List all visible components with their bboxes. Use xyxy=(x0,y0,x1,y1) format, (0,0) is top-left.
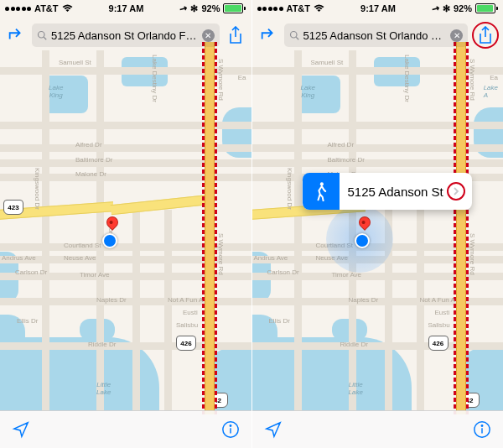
place-callout[interactable]: 5125 Adanson St xyxy=(303,173,472,210)
info-icon[interactable] xyxy=(221,420,240,439)
locate-me-icon[interactable] xyxy=(264,420,283,439)
highlight-ring xyxy=(472,22,499,49)
clear-icon[interactable]: ✕ xyxy=(450,29,463,42)
phone-left: 423 426 42 Samuell St Lake Destiny Dr S … xyxy=(0,0,252,448)
callout-disclosure-icon[interactable] xyxy=(447,182,465,201)
svg-point-6 xyxy=(290,32,297,39)
share-button[interactable] xyxy=(473,23,498,48)
status-time: 9:17 AM xyxy=(109,3,144,13)
map-canvas[interactable]: 423 426 42 Samuell St Lake Destiny Dr S … xyxy=(0,0,252,448)
shield-423: 423 xyxy=(3,200,23,215)
clear-icon[interactable]: ✕ xyxy=(202,29,215,42)
svg-point-5 xyxy=(319,182,323,185)
status-bar: AT&T 9:17 AM ↗ ✻ 92% xyxy=(252,0,504,17)
current-location-dot[interactable] xyxy=(102,233,117,248)
wifi-icon xyxy=(62,4,73,13)
search-icon xyxy=(37,30,47,40)
share-button[interactable] xyxy=(225,24,246,46)
nav-bar: 5125 Adanson St Orlando FL 32... ✕ xyxy=(0,17,252,54)
shield-426: 426 xyxy=(176,336,196,351)
shield-426: 426 xyxy=(428,336,449,351)
svg-line-7 xyxy=(296,37,298,39)
directions-icon[interactable] xyxy=(257,24,279,46)
nav-bar: 5125 Adanson St Orlando FL 32... ✕ xyxy=(252,17,504,54)
svg-point-0 xyxy=(39,32,45,39)
battery-icon xyxy=(223,3,246,13)
svg-point-4 xyxy=(230,425,231,426)
directions-icon[interactable] xyxy=(5,24,27,46)
current-location-dot[interactable] xyxy=(355,233,370,248)
info-icon[interactable] xyxy=(473,420,491,439)
search-field[interactable]: 5125 Adanson St Orlando FL 32... ✕ xyxy=(32,23,220,47)
map-canvas[interactable]: 426 42 Samuell St Lake Destiny Dr S Wymo… xyxy=(252,0,504,448)
bottom-toolbar xyxy=(0,410,252,448)
phone-right: 426 42 Samuell St Lake Destiny Dr S Wymo… xyxy=(252,0,504,448)
locate-me-icon[interactable] xyxy=(12,420,30,439)
status-bar: AT&T 9:17 AM ↗ ✻ 92% xyxy=(0,0,252,17)
search-text: 5125 Adanson St Orlando FL 32... xyxy=(51,29,198,42)
callout-title: 5125 Adanson St xyxy=(348,185,443,199)
bottom-toolbar xyxy=(252,410,504,448)
search-field[interactable]: 5125 Adanson St Orlando FL 32... ✕ xyxy=(284,23,469,47)
signal-dots xyxy=(5,7,31,11)
svg-line-1 xyxy=(44,37,46,39)
search-icon xyxy=(289,30,299,40)
walk-icon[interactable] xyxy=(303,173,340,210)
svg-point-10 xyxy=(481,425,482,426)
